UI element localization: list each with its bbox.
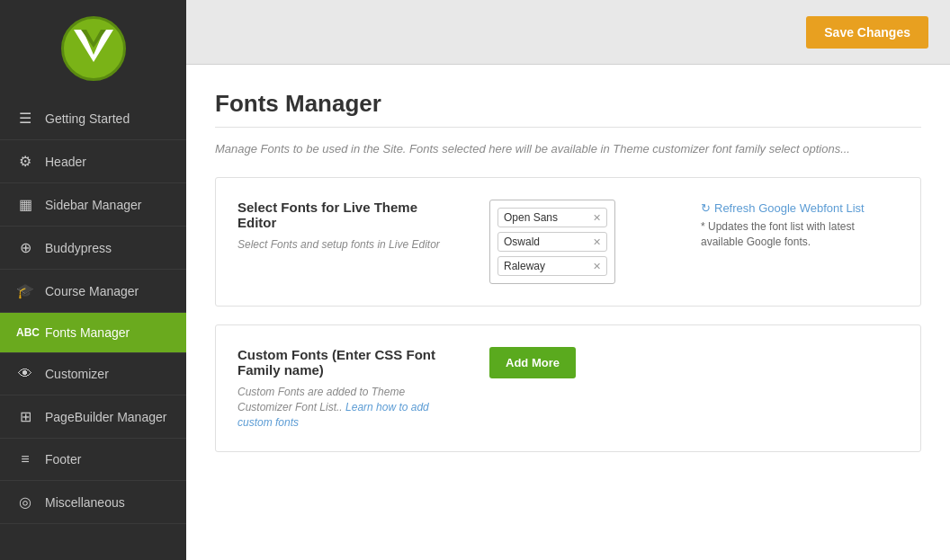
refresh-webfont-area: ↻Refresh Google Webfont List * Updates t… (701, 200, 899, 250)
custom-fonts-control: Add More (489, 347, 899, 378)
select-fonts-info: Select Fonts for Live Theme Editor Selec… (238, 200, 453, 253)
font-tags-box: Open Sans ✕ Oswald ✕ Raleway ✕ (489, 200, 615, 284)
sidebar-item-label: PageBuilder Manager (45, 410, 166, 424)
font-tag-label: Raleway (504, 260, 545, 272)
font-tag-label: Oswald (504, 236, 540, 248)
font-tag-oswald: Oswald ✕ (497, 232, 607, 252)
sidebar-item-customizer[interactable]: 👁 Customizer (0, 353, 186, 396)
page-title: Fonts Manager (215, 90, 921, 118)
font-tag-open-sans: Open Sans ✕ (497, 208, 607, 227)
sidebar-item-label: Miscellaneous (45, 495, 125, 510)
sidebar-item-miscellaneous[interactable]: ◎ Miscellaneous (0, 481, 186, 524)
content-area: Fonts Manager Manage Fonts to be used in… (186, 65, 950, 560)
grid-icon: ▦ (16, 196, 34, 213)
sidebar-item-sidebar-manager[interactable]: ▦ Sidebar Manager (0, 183, 186, 227)
sidebar-item-label: Sidebar Manager (45, 198, 141, 212)
sidebar-item-course-manager[interactable]: 🎓 Course Manager (0, 270, 186, 313)
select-fonts-extra: ↻Refresh Google Webfont List * Updates t… (701, 200, 899, 250)
sidebar-item-label: Course Manager (45, 284, 139, 298)
sidebar-item-label: Buddypress (45, 241, 112, 255)
select-fonts-desc: Select Fonts and setup fonts in Live Edi… (238, 237, 453, 253)
sidebar-item-label: Fonts Manager (45, 325, 130, 340)
sidebar-item-buddypress[interactable]: ⊕ Buddypress (0, 227, 186, 270)
font-tag-remove-oswald[interactable]: ✕ (593, 236, 601, 248)
topbar: Save Changes (186, 0, 950, 65)
select-fonts-title: Select Fonts for Live Theme Editor (238, 200, 453, 230)
course-icon: 🎓 (16, 282, 34, 299)
eye-icon: 👁 (16, 366, 34, 382)
sidebar-item-label: Getting Started (45, 111, 130, 126)
font-tag-raleway: Raleway ✕ (497, 256, 607, 276)
add-more-button[interactable]: Add More (489, 347, 576, 378)
abc-icon: ABC (16, 326, 34, 339)
title-divider (215, 127, 921, 128)
sidebar-nav: ☰ Getting Started ⚙ Header ▦ Sidebar Man… (0, 97, 186, 560)
main-area: Save Changes Fonts Manager Manage Fonts … (186, 0, 950, 560)
refresh-icon: ↻ (701, 201, 711, 215)
pin-icon: ◎ (16, 493, 34, 511)
save-changes-button[interactable]: Save Changes (806, 16, 928, 49)
logo-area (0, 0, 186, 97)
sidebar-item-getting-started[interactable]: ☰ Getting Started (0, 97, 186, 140)
sidebar: ☰ Getting Started ⚙ Header ▦ Sidebar Man… (0, 0, 186, 560)
refresh-note: * Updates the font list with latest avai… (701, 219, 899, 250)
custom-fonts-desc: Custom Fonts are added to Theme Customiz… (238, 385, 453, 430)
custom-fonts-section: Custom Fonts (Enter CSS Font Family name… (215, 324, 921, 452)
sidebar-item-label: Header (45, 155, 86, 169)
page-description: Manage Fonts to be used in the Site. Fon… (215, 142, 921, 156)
custom-fonts-title: Custom Fonts (Enter CSS Font Family name… (238, 347, 453, 378)
sidebar-item-pagebuilder-manager[interactable]: ⊞ PageBuilder Manager (0, 396, 186, 439)
select-fonts-section: Select Fonts for Live Theme Editor Selec… (215, 177, 921, 307)
font-tag-label: Open Sans (504, 211, 558, 224)
sidebar-item-fonts-manager[interactable]: ABC Fonts Manager (0, 313, 186, 353)
sidebar-item-label: Footer (45, 452, 81, 467)
sidebar-item-header[interactable]: ⚙ Header (0, 140, 186, 183)
font-tag-remove-open-sans[interactable]: ✕ (593, 212, 601, 224)
footer-icon: ≡ (16, 451, 34, 467)
pagebuilder-icon: ⊞ (16, 408, 34, 425)
custom-fonts-info: Custom Fonts (Enter CSS Font Family name… (238, 347, 453, 430)
select-fonts-control: Open Sans ✕ Oswald ✕ Raleway ✕ (489, 200, 665, 284)
logo-circle (61, 16, 126, 81)
logo-icon (74, 30, 113, 67)
refresh-google-webfont-link[interactable]: ↻Refresh Google Webfont List (701, 201, 865, 215)
font-tag-remove-raleway[interactable]: ✕ (593, 261, 601, 272)
sidebar-item-footer[interactable]: ≡ Footer (0, 439, 186, 481)
gear-icon: ⚙ (16, 153, 34, 170)
sidebar-item-label: Customizer (45, 367, 109, 381)
people-icon: ⊕ (16, 239, 34, 256)
menu-icon: ☰ (16, 110, 34, 127)
